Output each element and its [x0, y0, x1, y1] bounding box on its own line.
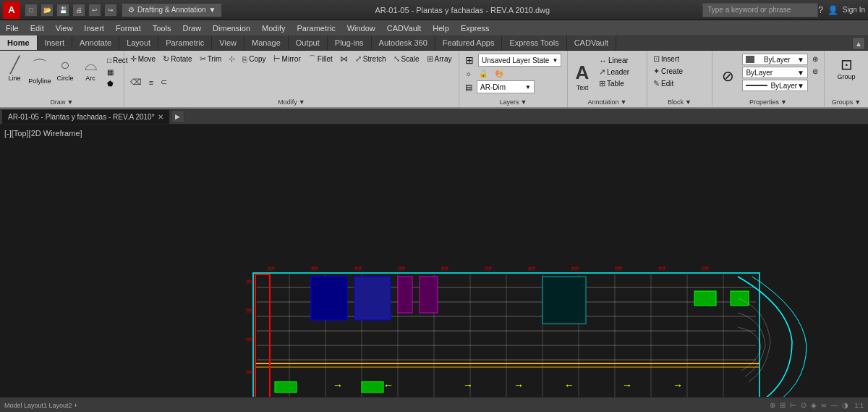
- tab-manage[interactable]: Manage: [244, 35, 289, 50]
- layer-panel-btn[interactable]: ⊞: [462, 55, 477, 66]
- tab-featured-apps[interactable]: Featured Apps: [435, 35, 503, 50]
- open-btn[interactable]: 📂: [41, 4, 54, 17]
- tab-express-tools[interactable]: Express Tools: [502, 35, 566, 50]
- menu-dimension[interactable]: Dimension: [207, 20, 256, 35]
- modify-offset-btn[interactable]: ≡: [146, 77, 156, 88]
- block-create-btn[interactable]: ✦ Create: [650, 66, 709, 77]
- lineweight-combo[interactable]: ByLayer ▼: [742, 80, 808, 91]
- osnap-icon[interactable]: ◈: [811, 401, 817, 409]
- prop-extra-1[interactable]: ⊛: [809, 54, 821, 64]
- new-btn[interactable]: □: [25, 4, 38, 17]
- layer-color-btn[interactable]: 🎨: [492, 68, 506, 79]
- group-btn[interactable]: ⊡ Group: [828, 54, 864, 83]
- drawing-tab-close[interactable]: ✕: [158, 113, 163, 121]
- menu-insert[interactable]: Insert: [78, 20, 110, 35]
- snap-icon[interactable]: ⊕: [770, 401, 775, 409]
- arc-icon: ⌓: [85, 56, 97, 75]
- lineweight-icon[interactable]: —: [830, 401, 838, 409]
- menu-cadvault[interactable]: CADVault: [381, 20, 427, 35]
- match-properties-btn[interactable]: ⊘: [715, 54, 741, 98]
- layers-expand-icon[interactable]: ▼: [521, 98, 527, 106]
- modify-expand-icon[interactable]: ▼: [299, 98, 305, 106]
- menu-express[interactable]: Express: [455, 20, 495, 35]
- lineweight-line: [746, 85, 767, 86]
- modify-copy-btn[interactable]: ⎘ Copy: [239, 54, 268, 64]
- redo-btn[interactable]: ↪: [104, 4, 117, 17]
- draw-expand-icon[interactable]: ▼: [67, 98, 73, 106]
- draw-arc-btn[interactable]: ⌓ Arc: [79, 54, 102, 84]
- workspace-selector[interactable]: ⚙ Drafting & Annotation ▼: [122, 3, 222, 17]
- menu-help[interactable]: Help: [427, 20, 455, 35]
- print-btn[interactable]: 🖨: [72, 4, 85, 17]
- menu-file[interactable]: File: [0, 20, 25, 35]
- draw-polyline-btn[interactable]: ⌒ Polyline: [28, 54, 51, 87]
- transparency-icon[interactable]: ◑: [842, 401, 848, 409]
- tab-home[interactable]: Home: [0, 35, 38, 50]
- menu-draw[interactable]: Draw: [176, 20, 207, 35]
- ribbon-toggle[interactable]: ▲: [852, 37, 865, 50]
- tab-parametric[interactable]: Parametric: [158, 35, 212, 50]
- draw-line-btn[interactable]: ╱ Line: [3, 54, 26, 84]
- layer-freeze-btn[interactable]: ☼: [462, 68, 475, 79]
- tab-insert[interactable]: Insert: [38, 35, 73, 50]
- annotation-linear-btn[interactable]: ↔ Linear: [596, 55, 632, 66]
- layer-lock-btn[interactable]: 🔒: [476, 68, 490, 79]
- menu-window[interactable]: Window: [341, 20, 381, 35]
- tab-cadvault[interactable]: CADVault: [567, 35, 616, 50]
- layer-dim-btn[interactable]: ▤: [462, 82, 475, 93]
- ortho-icon[interactable]: ⊢: [790, 401, 796, 409]
- draw-circle-btn[interactable]: ○ Circle: [54, 54, 77, 84]
- menu-parametric[interactable]: Parametric: [291, 20, 341, 35]
- polar-icon[interactable]: ⊙: [801, 401, 807, 409]
- modify-break-btn[interactable]: ⊂: [158, 77, 170, 88]
- modify-scale-btn[interactable]: ⤡ Scale: [391, 54, 422, 64]
- tab-output[interactable]: Output: [289, 35, 328, 50]
- color-combo[interactable]: ByLayer ▼: [742, 54, 808, 65]
- modify-explode-btn[interactable]: ⊹: [226, 54, 238, 64]
- tab-annotate[interactable]: Annotate: [72, 35, 119, 50]
- polyline-label: Polyline: [28, 77, 51, 85]
- modify-move-btn[interactable]: ✛ Move: [127, 54, 158, 64]
- tab-layout[interactable]: Layout: [119, 35, 158, 50]
- block-expand-icon[interactable]: ▼: [685, 98, 692, 106]
- linetype-combo[interactable]: ByLayer ▼: [742, 67, 808, 78]
- sign-in-btn[interactable]: Sign In: [843, 6, 865, 14]
- layer-active-combo[interactable]: AR-Dim ▼: [477, 80, 535, 93]
- annotation-table-btn[interactable]: ⊞ Table: [596, 78, 632, 89]
- modify-array-btn[interactable]: ⊞ Array: [424, 54, 455, 64]
- menu-view[interactable]: View: [50, 20, 79, 35]
- grid-icon[interactable]: ⊞: [780, 401, 786, 409]
- annotation-expand-icon[interactable]: ▼: [621, 98, 627, 106]
- annotation-leader-btn[interactable]: ↗ Leader: [596, 67, 632, 77]
- prop-extra-2[interactable]: ⊜: [809, 66, 821, 77]
- tab-autodesk360[interactable]: Autodesk 360: [372, 35, 435, 50]
- block-insert-btn[interactable]: ⊡ Insert: [650, 54, 709, 64]
- modify-fillet-btn[interactable]: ⌒ Fillet: [305, 54, 336, 64]
- undo-btn[interactable]: ↩: [88, 4, 101, 17]
- modify-trim-btn[interactable]: ✂ Trim: [197, 54, 225, 64]
- layer-state-combo[interactable]: Unsaved Layer State ▼: [478, 54, 561, 67]
- otrack-icon[interactable]: ∞: [821, 401, 826, 409]
- modify-join-btn[interactable]: ⋈: [337, 54, 351, 64]
- tab-plugins[interactable]: Plug-ins: [328, 35, 372, 50]
- modify-stretch-btn[interactable]: ⤢ Stretch: [352, 54, 389, 64]
- annotation-text-btn[interactable]: A Text: [571, 54, 594, 98]
- groups-expand-icon[interactable]: ▼: [854, 98, 861, 106]
- help-icon[interactable]: ?: [818, 5, 823, 15]
- drawing-svg[interactable]: #### #### #### #### #### ## ## ## ## ##: [0, 125, 868, 412]
- tab-view[interactable]: View: [212, 35, 244, 50]
- properties-expand-icon[interactable]: ▼: [780, 98, 787, 106]
- block-edit-btn[interactable]: ✎ Edit: [650, 78, 709, 89]
- color-swatch: [746, 56, 754, 63]
- modify-erase-btn[interactable]: ⌫: [127, 77, 145, 88]
- menu-edit[interactable]: Edit: [25, 20, 50, 35]
- drawing-tab-main[interactable]: AR-01-05 - Plantas y fachadas - REV.A 20…: [1, 109, 170, 124]
- save-btn[interactable]: 💾: [56, 4, 69, 17]
- modify-mirror-btn[interactable]: ⊢ Mirror: [271, 54, 304, 64]
- menu-modify[interactable]: Modify: [256, 20, 291, 35]
- menu-tools[interactable]: Tools: [147, 20, 177, 35]
- modify-rotate-btn[interactable]: ↻ Rotate: [160, 54, 195, 64]
- menu-format[interactable]: Format: [110, 20, 147, 35]
- tab-nav-btn[interactable]: ▶: [171, 110, 184, 123]
- search-box[interactable]: Type a keyword or phrase: [702, 3, 818, 17]
